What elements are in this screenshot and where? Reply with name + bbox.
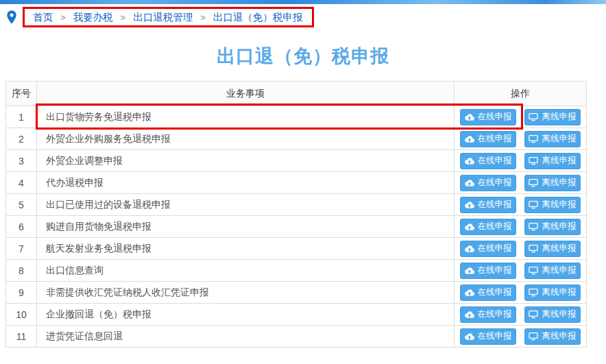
monitor-icon	[529, 310, 538, 319]
row-index: 2	[6, 128, 37, 150]
online-declare-button[interactable]: 在线申报	[460, 131, 516, 147]
monitor-icon	[529, 200, 538, 209]
online-button-label: 在线申报	[478, 287, 512, 298]
header-item: 业务事项	[37, 82, 454, 106]
breadcrumb-link-export-refund-mgmt[interactable]: 出口退税管理	[133, 11, 193, 24]
online-declare-button[interactable]: 在线申报	[460, 328, 516, 345]
offline-button-label: 离线申报	[542, 265, 576, 276]
offline-declare-button[interactable]: 离线申报	[524, 306, 581, 323]
online-declare-button[interactable]: 在线申报	[460, 306, 516, 323]
offline-declare-button[interactable]: 离线申报	[524, 197, 581, 213]
monitor-icon	[529, 244, 538, 253]
breadcrumb-annotation-box: 首页 > 我要办税 > 出口退税管理 > 出口退（免）税申报	[23, 7, 314, 27]
online-button-label: 在线申报	[478, 177, 512, 189]
online-declare-button[interactable]: 在线申报	[460, 263, 516, 279]
row-item-label: 购进自用货物免退税申报	[37, 216, 454, 238]
row-item-label: 出口信息查询	[37, 260, 454, 282]
online-declare-button[interactable]: 在线申报	[460, 197, 516, 213]
online-button-label: 在线申报	[478, 111, 512, 123]
table-row: 10 企业撤回退（免）税申报 在线申报 离线申报	[6, 304, 587, 326]
table-body: 1 出口货物劳务免退税申报 在线申报 离线申报 2 外贸企业外购服务免退税申报	[6, 106, 587, 348]
offline-declare-button[interactable]: 离线申报	[524, 263, 581, 279]
row-index: 8	[6, 260, 37, 282]
breadcrumb: 首页 > 我要办税 > 出口退税管理 > 出口退（免）税申报	[5, 7, 606, 30]
table-row: 7 航天发射业务免退税申报 在线申报 离线申报	[6, 238, 587, 260]
offline-declare-button[interactable]: 离线申报	[524, 131, 581, 147]
online-button-label: 在线申报	[478, 199, 512, 210]
offline-button-label: 离线申报	[542, 308, 576, 320]
row-index: 3	[6, 150, 37, 172]
offline-declare-button[interactable]: 离线申报	[524, 109, 581, 125]
row-item-label: 进货凭证信息回退	[37, 326, 454, 348]
cloud-upload-icon	[465, 135, 474, 143]
monitor-icon	[529, 222, 538, 231]
row-item-label: 企业撤回退（免）税申报	[37, 304, 454, 326]
cloud-upload-icon	[465, 157, 474, 165]
table-row: 1 出口货物劳务免退税申报 在线申报 离线申报	[6, 106, 587, 128]
breadcrumb-link-taxes[interactable]: 我要办税	[73, 11, 113, 24]
cloud-upload-icon	[465, 332, 474, 341]
row-index: 1	[6, 106, 37, 128]
table-row: 11 进货凭证信息回退 在线申报 离线申报	[6, 326, 587, 348]
monitor-icon	[529, 266, 538, 275]
breadcrumb-separator: >	[200, 12, 206, 23]
table-row: 6 购进自用货物免退税申报 在线申报 离线申报	[6, 216, 587, 238]
top-accent-bar	[0, 0, 606, 4]
table-row: 3 外贸企业调整申报 在线申报 离线申报	[6, 150, 587, 172]
offline-button-label: 离线申报	[542, 155, 576, 167]
offline-button-label: 离线申报	[542, 133, 576, 145]
breadcrumb-separator: >	[60, 12, 66, 23]
table-row: 5 出口已使用过的设备退税申报 在线申报 离线申报	[6, 194, 587, 216]
offline-declare-button[interactable]: 离线申报	[524, 175, 581, 191]
table-row: 8 出口信息查询 在线申报 离线申报	[6, 260, 587, 282]
online-declare-button[interactable]: 在线申报	[460, 109, 516, 125]
offline-declare-button[interactable]: 离线申报	[524, 328, 581, 345]
monitor-icon	[529, 134, 538, 143]
online-button-label: 在线申报	[478, 330, 512, 342]
offline-declare-button[interactable]: 离线申报	[524, 153, 581, 169]
monitor-icon	[529, 112, 538, 121]
online-declare-button[interactable]: 在线申报	[460, 153, 516, 169]
online-button-label: 在线申报	[478, 265, 512, 276]
cloud-upload-icon	[465, 289, 474, 297]
online-button-label: 在线申报	[478, 308, 512, 320]
online-button-label: 在线申报	[478, 155, 512, 167]
cloud-upload-icon	[465, 245, 474, 253]
offline-button-label: 离线申报	[542, 177, 576, 189]
row-item-label: 代办退税申报	[37, 172, 454, 194]
offline-button-label: 离线申报	[542, 111, 576, 123]
monitor-icon	[529, 332, 538, 341]
online-declare-button[interactable]: 在线申报	[460, 219, 516, 235]
offline-declare-button[interactable]: 离线申报	[524, 241, 581, 257]
offline-button-label: 离线申报	[542, 221, 576, 232]
cloud-upload-icon	[465, 113, 474, 121]
monitor-icon	[529, 178, 538, 187]
offline-declare-button[interactable]: 离线申报	[524, 284, 581, 301]
offline-button-label: 离线申报	[542, 330, 576, 342]
online-declare-button[interactable]: 在线申报	[460, 284, 516, 301]
monitor-icon	[529, 288, 538, 297]
breadcrumb-link-home[interactable]: 首页	[33, 11, 53, 24]
online-declare-button[interactable]: 在线申报	[460, 241, 516, 257]
row-index: 4	[6, 172, 37, 194]
online-button-label: 在线申报	[478, 221, 512, 232]
row-item-label: 出口已使用过的设备退税申报	[37, 194, 454, 216]
cloud-upload-icon	[465, 311, 474, 319]
offline-button-label: 离线申报	[542, 287, 576, 298]
map-pin-icon	[5, 10, 18, 25]
row-index: 9	[6, 282, 37, 304]
online-button-label: 在线申报	[478, 133, 512, 145]
online-declare-button[interactable]: 在线申报	[460, 175, 516, 191]
row-item-label: 出口货物劳务免退税申报	[37, 106, 454, 128]
offline-declare-button[interactable]: 离线申报	[524, 219, 581, 235]
row-item-label: 航天发射业务免退税申报	[37, 238, 454, 260]
breadcrumb-link-current[interactable]: 出口退（免）税申报	[213, 11, 303, 24]
row-index: 10	[6, 304, 37, 326]
table-header-row: 序号 业务事项 操作	[6, 82, 587, 106]
online-button-label: 在线申报	[478, 243, 512, 254]
row-index: 7	[6, 238, 37, 260]
cloud-upload-icon	[465, 267, 474, 275]
offline-button-label: 离线申报	[542, 199, 576, 210]
cloud-upload-icon	[465, 179, 474, 187]
row-item-label: 外贸企业外购服务免退税申报	[37, 128, 454, 150]
